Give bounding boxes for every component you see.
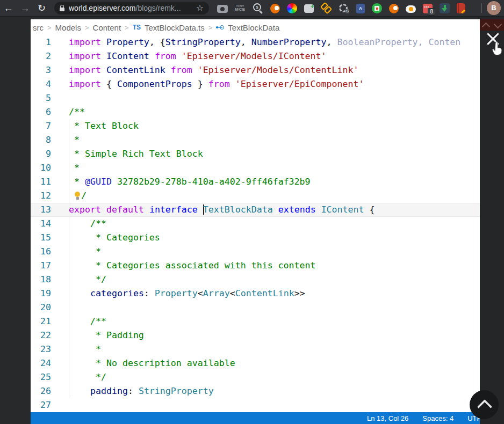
status-spaces[interactable]: Spaces: 4 <box>422 414 453 422</box>
compose-plus-icon[interactable] <box>304 4 314 13</box>
line-number: 8 <box>31 133 51 147</box>
code-token: * <box>69 344 101 354</box>
bookmark-star-icon[interactable]: ☆ <box>196 2 204 14</box>
code-line[interactable]: 17 * Categories associated with this con… <box>31 259 480 273</box>
code-token: import <box>69 37 106 47</box>
code-text: * Categories <box>69 231 160 245</box>
forward-button[interactable]: → <box>17 0 33 17</box>
code-line[interactable]: 27 <box>31 398 480 412</box>
code-line[interactable]: 8 * <box>31 133 480 147</box>
code-line[interactable]: 25 */ <box>31 370 480 384</box>
breadcrumb-item-file[interactable]: TextBlockData.ts <box>145 23 205 32</box>
maroon-header-fragment <box>480 19 504 31</box>
code-line[interactable]: 21 /** <box>31 315 480 328</box>
breadcrumb-item-models[interactable]: Models <box>55 23 81 32</box>
scroll-to-top-button[interactable] <box>470 390 499 419</box>
camera-icon[interactable] <box>217 5 228 13</box>
gears-icon[interactable] <box>339 3 349 13</box>
breadcrumb: src > Models > Content > TS TextBlockDat… <box>31 19 480 35</box>
code-token: padding <box>90 386 128 396</box>
orange-ring-icon-2[interactable] <box>389 4 399 13</box>
code-line[interactable]: 16 * <box>31 245 480 259</box>
interface-symbol-icon <box>216 25 224 31</box>
code-line[interactable]: 2import IContent from 'Episerver/Models/… <box>31 49 480 63</box>
line-number: 20 <box>31 301 51 315</box>
code-line[interactable]: 14 /** <box>31 217 480 231</box>
code-token: */ <box>69 372 106 382</box>
code-token: * <box>69 163 80 173</box>
code-line[interactable]: 15 * Categories <box>31 231 480 245</box>
code-editor[interactable]: 1import Property, {StringProperty, Numbe… <box>31 35 480 412</box>
code-token: @GUID <box>85 177 112 187</box>
line-number: 27 <box>31 398 51 412</box>
code-token <box>192 65 198 75</box>
code-line[interactable]: 19 categories: Property<Array<ContentLin… <box>31 287 480 301</box>
code-text: * Text Block <box>69 119 139 133</box>
line-number: 3 <box>31 63 51 77</box>
code-line[interactable]: 5 <box>31 91 480 105</box>
code-line[interactable]: 1import Property, {StringProperty, Numbe… <box>31 35 480 49</box>
code-token: */ <box>69 274 106 284</box>
profile-avatar[interactable]: B <box>487 1 501 15</box>
code-token <box>144 204 149 215</box>
breadcrumb-item-src[interactable]: src <box>33 23 44 32</box>
code-line[interactable]: 24 * No description available <box>31 356 480 370</box>
orange-ring-icon[interactable] <box>270 4 280 13</box>
code-line[interactable]: 6/** <box>31 105 480 119</box>
code-token: : <box>128 386 139 396</box>
green-meter-icon[interactable] <box>372 3 382 13</box>
code-line[interactable]: 10 * <box>31 161 480 175</box>
address-bar[interactable]: world.episerver.com/blogs/remk... ☆ <box>54 2 209 14</box>
code-line[interactable]: 4import { ComponentProps } from 'Episerv… <box>31 77 480 91</box>
code-token: , { <box>149 37 165 47</box>
code-token: * Categories <box>69 232 160 243</box>
blue-square-icon[interactable] <box>356 4 365 13</box>
code-token: extends <box>278 204 316 215</box>
code-text: * No description available <box>69 356 235 370</box>
code-text: */ <box>69 273 106 287</box>
download-arrow-icon[interactable] <box>440 3 450 13</box>
code-line[interactable]: 23 * <box>31 342 480 356</box>
code-token: 32782b29-278b-410a-a402-9ff46faf32b9 <box>112 177 311 187</box>
code-token: * <box>69 177 85 187</box>
refresh-button[interactable]: ↻ <box>33 0 50 17</box>
code-line[interactable]: 18 */ <box>31 273 480 287</box>
lightbulb-icon[interactable] <box>74 191 81 200</box>
color-wheel-icon[interactable] <box>287 3 297 13</box>
chevron-separator: > <box>208 24 213 32</box>
indent-guide <box>69 119 69 398</box>
line-number: 17 <box>31 259 51 273</box>
code-line[interactable]: 9 * Simple Rich Text Block <box>31 147 480 161</box>
line-number: 18 <box>31 273 51 287</box>
status-line-col[interactable]: Ln 13, Col 26 <box>367 414 408 422</box>
price-search-icon[interactable] <box>253 3 263 13</box>
code-line[interactable]: 12 / <box>31 189 480 203</box>
red-book-icon[interactable] <box>457 3 465 13</box>
tinymce-icon[interactable]: TINYMCE <box>235 3 246 13</box>
code-line[interactable]: 26 padding: StringProperty <box>31 384 480 398</box>
red-dots-icon[interactable]: 8 <box>423 4 433 13</box>
breadcrumb-item-symbol[interactable]: TextBlockData <box>228 23 279 32</box>
code-token: Array <box>203 288 230 298</box>
breadcrumb-item-content[interactable]: Content <box>93 23 121 32</box>
code-token: * No description available <box>69 358 235 368</box>
code-line[interactable]: 20 <box>31 301 480 315</box>
code-line[interactable]: 7 * Text Block <box>31 119 480 133</box>
code-token: from <box>155 51 176 61</box>
line-number: 7 <box>31 119 51 133</box>
code-line[interactable]: 3import ContentLink from 'Episerver/Mode… <box>31 63 480 77</box>
code-line[interactable]: 11 * @GUID 32782b29-278b-410a-a402-9ff46… <box>31 175 480 189</box>
back-button[interactable]: ← <box>0 0 17 17</box>
code-line[interactable]: 22 * Padding <box>31 328 480 342</box>
right-overlay-strip <box>480 17 504 424</box>
code-line[interactable]: 13export default interface TextBlockData… <box>31 203 480 217</box>
code-text: * <box>69 133 80 147</box>
chevron-separator: > <box>47 24 52 32</box>
code-token: { <box>364 204 375 215</box>
code-text: /** <box>69 217 106 231</box>
code-text: * <box>69 342 101 356</box>
chevron-down-icon <box>494 20 502 29</box>
link-icon[interactable] <box>321 3 332 13</box>
pill-toggle-icon[interactable] <box>406 5 416 13</box>
code-token: ContentLink <box>235 288 294 298</box>
